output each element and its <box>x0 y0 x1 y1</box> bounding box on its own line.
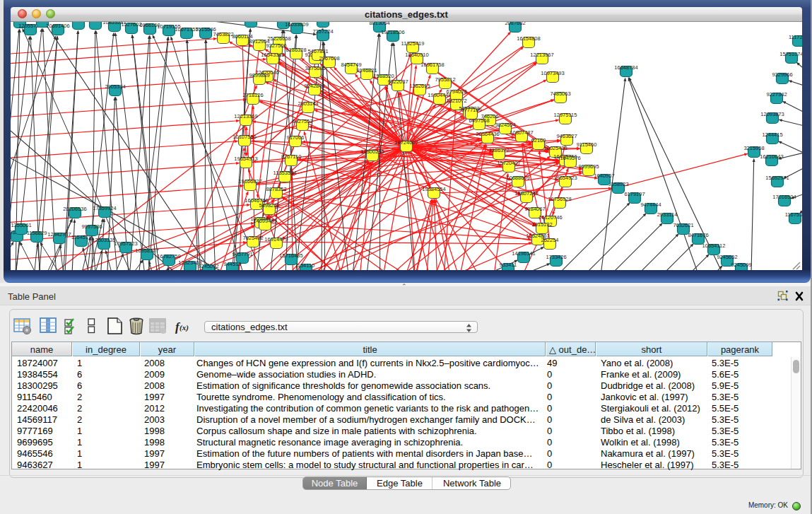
svg-text:25226058: 25226058 <box>267 35 290 42</box>
svg-text:12503135: 12503135 <box>92 237 115 243</box>
svg-text:15716485: 15716485 <box>279 252 302 259</box>
svg-text:9115460: 9115460 <box>577 141 597 148</box>
svg-text:9899889: 9899889 <box>249 72 269 78</box>
svg-text:9245099: 9245099 <box>731 262 751 268</box>
svg-text:19756928: 19756928 <box>548 196 571 202</box>
svg-text:16210643: 16210643 <box>760 153 783 160</box>
svg-text:8427552: 8427552 <box>292 118 312 124</box>
svg-text:2933114: 2933114 <box>657 211 678 218</box>
svg-text:933411: 933411 <box>500 262 517 268</box>
svg-text:2087682: 2087682 <box>505 22 525 26</box>
svg-text:19166827: 19166827 <box>238 178 261 185</box>
svg-text:5498222: 5498222 <box>259 202 279 209</box>
svg-text:9245652: 9245652 <box>717 254 737 260</box>
svg-text:2905334: 2905334 <box>105 83 125 90</box>
svg-text:16782759: 16782759 <box>157 253 180 259</box>
svg-text:18724007: 18724007 <box>394 139 418 146</box>
svg-text:12942737: 12942737 <box>47 231 71 238</box>
svg-text:917006: 917006 <box>286 134 304 141</box>
svg-text:12975115: 12975115 <box>554 112 577 118</box>
svg-text:6497568: 6497568 <box>469 117 489 124</box>
svg-text:8267110: 8267110 <box>281 153 302 160</box>
svg-text:1117203: 1117203 <box>789 34 802 40</box>
svg-text:9474444: 9474444 <box>640 201 661 208</box>
svg-text:16033809: 16033809 <box>285 22 308 28</box>
svg-text:9777169: 9777169 <box>461 107 481 113</box>
svg-text:8471676: 8471676 <box>688 232 708 238</box>
svg-text:9322037: 9322037 <box>387 78 408 85</box>
svg-text:3215958: 3215958 <box>743 145 764 151</box>
svg-text:14099489: 14099489 <box>253 218 276 224</box>
svg-text:19654913: 19654913 <box>234 156 257 162</box>
svg-text:12093873: 12093873 <box>760 111 784 117</box>
svg-text:9463627: 9463627 <box>556 133 577 139</box>
svg-text:19654923: 19654923 <box>553 175 577 181</box>
svg-text:9184067: 9184067 <box>524 206 545 212</box>
svg-text:7632621: 7632621 <box>673 222 693 228</box>
svg-text:7625402: 7625402 <box>242 235 263 241</box>
svg-text:10958107: 10958107 <box>135 247 158 254</box>
svg-text:7386372: 7386372 <box>488 147 509 153</box>
svg-text:11325419: 11325419 <box>401 40 425 47</box>
svg-text:17359924: 17359924 <box>93 205 116 211</box>
svg-text:17016504: 17016504 <box>772 194 796 200</box>
svg-text:18640910: 18640910 <box>405 52 428 58</box>
svg-text:19384554: 19384554 <box>422 186 445 192</box>
svg-text:7463822: 7463822 <box>213 31 233 37</box>
svg-text:9227342: 9227342 <box>766 91 787 98</box>
svg-text:6179197: 6179197 <box>624 191 645 197</box>
svg-text:9457791: 9457791 <box>232 251 252 257</box>
svg-text:7955812: 7955812 <box>435 76 455 83</box>
svg-text:20206536: 20206536 <box>63 206 86 212</box>
svg-text:1649576: 1649576 <box>560 155 580 161</box>
svg-text:62160: 62160 <box>531 137 546 144</box>
svg-text:10107556: 10107556 <box>233 134 256 140</box>
svg-text:12213369: 12213369 <box>234 113 257 119</box>
svg-text:16154808: 16154808 <box>517 35 540 42</box>
svg-text:16648784: 16648784 <box>614 64 637 71</box>
svg-text:1527602: 1527602 <box>121 22 141 28</box>
svg-text:10688609: 10688609 <box>506 175 529 181</box>
svg-text:9327506: 9327506 <box>266 42 286 49</box>
svg-text:154110: 154110 <box>298 262 314 269</box>
svg-text:16120746: 16120746 <box>539 214 562 221</box>
svg-text:15692971: 15692971 <box>765 175 789 181</box>
svg-text:9997586: 9997586 <box>81 223 102 230</box>
svg-text:19218506: 19218506 <box>381 29 404 35</box>
svg-text:3875685: 3875685 <box>305 65 325 71</box>
svg-text:15720407: 15720407 <box>497 160 520 166</box>
svg-text:9699695: 9699695 <box>578 163 599 170</box>
svg-text:9329966: 9329966 <box>772 71 792 78</box>
svg-text:10807487: 10807487 <box>510 129 533 136</box>
svg-text:(x): (x) <box>180 323 189 332</box>
svg-text:15751074: 15751074 <box>779 51 802 57</box>
svg-text:9242848: 9242848 <box>304 83 324 89</box>
svg-text:10973493: 10973493 <box>541 70 564 76</box>
svg-text:944510: 944510 <box>223 261 241 267</box>
svg-text:1362615: 1362615 <box>409 83 430 89</box>
svg-text:10025438: 10025438 <box>543 145 567 151</box>
svg-text:9245092: 9245092 <box>198 263 218 269</box>
svg-text:9358923: 9358923 <box>608 181 628 187</box>
svg-text:2803144: 2803144 <box>298 100 318 107</box>
svg-text:1621072: 1621072 <box>446 98 466 104</box>
svg-text:1615132: 1615132 <box>531 221 552 228</box>
svg-text:1355061: 1355061 <box>11 222 31 228</box>
svg-text:252254: 252254 <box>541 237 558 243</box>
svg-text:16543382: 16543382 <box>261 52 284 58</box>
svg-text:14196141: 14196141 <box>512 250 535 257</box>
svg-text:12213967: 12213967 <box>530 52 553 58</box>
svg-text:20364436: 20364436 <box>476 131 499 137</box>
svg-text:1733426: 1733426 <box>546 254 566 260</box>
svg-text:17957223: 17957223 <box>114 240 137 247</box>
svg-text:2967608: 2967608 <box>319 55 339 62</box>
svg-text:16961758: 16961758 <box>420 62 444 68</box>
svg-text:5467881: 5467881 <box>307 48 328 54</box>
svg-text:2718126: 2718126 <box>242 92 263 98</box>
svg-text:10654112: 10654112 <box>702 243 726 249</box>
svg-text:7357224: 7357224 <box>312 28 333 35</box>
svg-text:1640957: 1640957 <box>594 173 614 179</box>
svg-text:1244415: 1244415 <box>762 132 782 138</box>
svg-text:11353594: 11353594 <box>273 170 297 176</box>
svg-text:8186328: 8186328 <box>286 47 306 53</box>
